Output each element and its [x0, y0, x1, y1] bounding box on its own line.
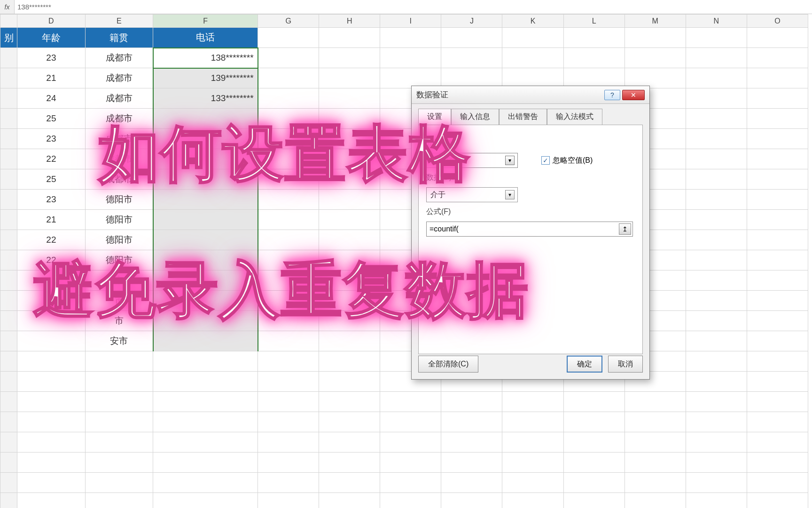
header-F[interactable]: 电话: [153, 28, 258, 48]
cell-age[interactable]: 22: [17, 149, 86, 169]
cell[interactable]: [258, 331, 319, 351]
cell[interactable]: [625, 473, 686, 493]
cell[interactable]: [625, 28, 686, 48]
cell[interactable]: [319, 270, 380, 291]
cell[interactable]: [258, 250, 319, 270]
cell[interactable]: [258, 68, 319, 88]
cell[interactable]: [380, 28, 441, 48]
cell[interactable]: [686, 270, 747, 291]
cell[interactable]: [258, 493, 319, 508]
cell-phone[interactable]: [153, 311, 258, 331]
cell[interactable]: [747, 331, 808, 351]
cell[interactable]: [17, 351, 86, 372]
cell[interactable]: [319, 250, 380, 270]
cell[interactable]: [747, 372, 808, 392]
cell[interactable]: [153, 493, 258, 508]
cell[interactable]: [563, 432, 625, 452]
ignore-blank-checkbox[interactable]: ✓ 忽略空值(B): [541, 156, 593, 166]
cell[interactable]: [85, 432, 153, 452]
cell[interactable]: [319, 432, 380, 452]
cell-age[interactable]: 23: [17, 190, 86, 210]
cell[interactable]: [258, 169, 319, 190]
help-button[interactable]: ?: [604, 90, 620, 100]
cell[interactable]: [319, 412, 380, 432]
cell[interactable]: [686, 331, 747, 351]
cell[interactable]: [85, 412, 153, 432]
col-I-header[interactable]: I: [380, 15, 441, 28]
cell-phone[interactable]: [153, 169, 258, 190]
cell[interactable]: [747, 28, 808, 48]
cell[interactable]: [502, 48, 563, 68]
row-stub[interactable]: [0, 493, 17, 508]
cell[interactable]: [441, 493, 502, 508]
cell-age[interactable]: [17, 331, 86, 351]
cell-phone[interactable]: 133********: [153, 88, 258, 109]
cell[interactable]: [686, 392, 747, 412]
cell[interactable]: [747, 432, 808, 452]
close-button[interactable]: ✕: [622, 90, 645, 100]
cell[interactable]: [625, 392, 686, 412]
cell-origin[interactable]: 德阳市: [85, 210, 153, 230]
cell[interactable]: [319, 493, 380, 508]
cell[interactable]: [563, 473, 625, 493]
cell[interactable]: [686, 230, 747, 250]
col-L-header[interactable]: L: [563, 15, 625, 28]
cell-phone[interactable]: 138********: [153, 48, 258, 68]
cell[interactable]: [153, 392, 258, 412]
cell[interactable]: [258, 28, 319, 48]
cell-origin[interactable]: 成都市: [85, 169, 153, 190]
cell-phone[interactable]: [153, 210, 258, 230]
fx-icon[interactable]: fx: [0, 3, 14, 11]
cell[interactable]: [258, 129, 319, 149]
cell-origin[interactable]: 成都市: [85, 88, 153, 109]
cell[interactable]: [319, 311, 380, 331]
spreadsheet-grid[interactable]: D E F G H I J K L M N O 别年龄籍贯电话23成都市138*…: [0, 14, 812, 508]
row-stub[interactable]: [0, 473, 17, 493]
col-D-header[interactable]: D: [17, 15, 86, 28]
cell[interactable]: [441, 392, 502, 412]
cell[interactable]: [441, 412, 502, 432]
cell[interactable]: [319, 88, 380, 109]
cell-origin[interactable]: 成都市: [85, 109, 153, 129]
cell-origin[interactable]: 成都市: [85, 149, 153, 169]
cell-age[interactable]: 24: [17, 88, 86, 109]
cell[interactable]: [502, 432, 563, 452]
cell[interactable]: [686, 169, 747, 190]
cell[interactable]: [319, 230, 380, 250]
cell[interactable]: [380, 412, 441, 432]
row-stub[interactable]: [0, 291, 17, 311]
cell-origin[interactable]: 成都市: [85, 68, 153, 88]
cell[interactable]: [686, 291, 747, 311]
cell[interactable]: [319, 190, 380, 210]
tab-settings[interactable]: 设置: [418, 109, 451, 125]
tab-input-message[interactable]: 输入信息: [451, 109, 499, 125]
cell[interactable]: [258, 48, 319, 68]
cell-age[interactable]: [17, 270, 86, 291]
cell[interactable]: [563, 392, 625, 412]
row-stub[interactable]: [0, 109, 17, 129]
cell-age[interactable]: 21: [17, 68, 86, 88]
cell[interactable]: [747, 210, 808, 230]
cell-phone[interactable]: [153, 149, 258, 169]
cell[interactable]: [686, 452, 747, 473]
cell-phone[interactable]: [153, 331, 258, 351]
cell[interactable]: [258, 291, 319, 311]
cell-origin[interactable]: 德阳市: [85, 190, 153, 210]
cell[interactable]: [563, 493, 625, 508]
row-stub[interactable]: [0, 68, 17, 88]
cell[interactable]: [747, 48, 808, 68]
cell[interactable]: [563, 48, 625, 68]
chevron-down-icon[interactable]: ▾: [505, 156, 515, 165]
cell[interactable]: [17, 493, 86, 508]
cell-age[interactable]: 23: [17, 48, 86, 68]
cell[interactable]: [747, 351, 808, 372]
cell[interactable]: [319, 210, 380, 230]
cell[interactable]: [85, 493, 153, 508]
col-E-header[interactable]: E: [85, 15, 153, 28]
cell[interactable]: [153, 412, 258, 432]
cell[interactable]: [258, 230, 319, 250]
cell[interactable]: [258, 452, 319, 473]
cell[interactable]: [153, 432, 258, 452]
cell[interactable]: [686, 250, 747, 270]
cell[interactable]: [258, 412, 319, 432]
